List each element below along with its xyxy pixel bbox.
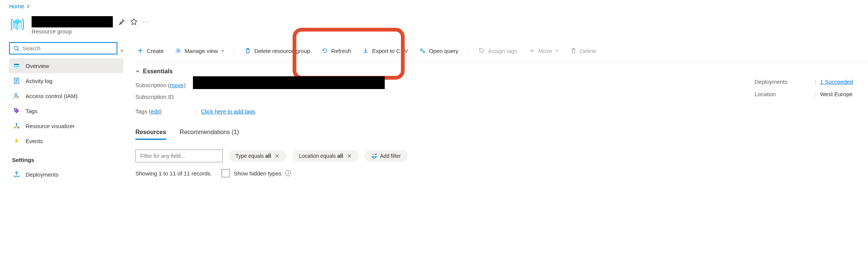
assign-tags-button[interactable]: Assign tags	[477, 45, 519, 56]
button-label: Move	[538, 48, 552, 54]
resource-type-label: Resource group	[32, 28, 150, 35]
resource-group-icon	[9, 16, 26, 33]
subscription-value	[193, 76, 385, 89]
delete-resource-group-button[interactable]: Delete resource group	[243, 45, 311, 56]
tag-icon	[478, 47, 485, 54]
svg-point-13	[423, 51, 425, 53]
chevron-up-icon	[135, 69, 140, 74]
sidebar-search[interactable]	[9, 42, 117, 54]
hidden-types-label: Show hidden types	[234, 170, 281, 177]
svg-point-6	[17, 96, 19, 98]
arrow-right-icon	[528, 47, 535, 54]
open-query-button[interactable]: Open query	[417, 45, 460, 56]
events-icon	[13, 137, 20, 145]
add-filter-button[interactable]: Add filter	[364, 150, 408, 162]
filter-pill-location[interactable]: Location equals all	[292, 150, 358, 162]
nav-activity-log[interactable]: Activity log	[9, 73, 123, 88]
close-icon[interactable]	[275, 154, 279, 158]
iam-icon	[13, 92, 20, 100]
location-value: West Europe	[820, 91, 852, 97]
nav-item-label: Resource visualizer	[26, 123, 75, 129]
search-icon	[14, 45, 20, 51]
button-label: Add filter	[380, 153, 401, 159]
refresh-icon	[322, 47, 328, 54]
nav-deployments[interactable]: Deployments	[9, 167, 123, 182]
svg-point-7	[15, 109, 16, 110]
tags-edit-link[interactable]: edit	[151, 108, 160, 115]
close-icon[interactable]	[347, 154, 352, 158]
visualizer-icon	[13, 122, 20, 130]
button-label: Refresh	[331, 48, 351, 54]
refresh-button[interactable]: Refresh	[320, 45, 353, 56]
nav-item-label: Events	[26, 138, 43, 144]
chevron-down-icon	[555, 49, 559, 53]
deployments-icon	[13, 171, 20, 178]
nav-item-label: Tags	[26, 108, 38, 114]
button-label: Assign tags	[488, 48, 517, 54]
trash-icon	[244, 47, 251, 54]
tabs: Resources Recommendations (1)	[135, 115, 868, 140]
tab-resources[interactable]: Resources	[135, 126, 166, 140]
deployments-value[interactable]: 1 Succeeded	[820, 79, 853, 85]
button-label: Manage view	[185, 48, 218, 54]
query-icon	[419, 47, 426, 54]
star-icon[interactable]	[130, 18, 138, 26]
tags-icon	[13, 107, 20, 115]
sidebar-search-input[interactable]	[23, 45, 113, 51]
trash-icon	[570, 47, 577, 54]
add-tags-link[interactable]: Click here to add tags	[201, 108, 255, 115]
toolbar-separator	[468, 46, 469, 55]
essentials-label: Essentials	[143, 68, 173, 75]
svg-rect-1	[14, 64, 19, 65]
more-icon[interactable]: ···	[143, 19, 150, 25]
manage-view-button[interactable]: Manage view	[173, 45, 226, 56]
download-icon	[362, 47, 369, 54]
subscription-id-label: Subscription ID	[135, 94, 174, 100]
collapse-sidebar-icon[interactable]: «	[120, 47, 123, 53]
plus-icon	[137, 47, 144, 54]
svg-point-14	[480, 49, 481, 50]
records-count: Showing 1 to 11 of 11 records.	[135, 170, 212, 177]
svg-point-5	[15, 94, 17, 96]
create-button[interactable]: Create	[135, 45, 165, 56]
move-button[interactable]: Move	[527, 45, 560, 56]
filter-input[interactable]	[135, 150, 223, 162]
activity-log-icon	[13, 77, 20, 85]
nav-events[interactable]: Events	[9, 133, 123, 148]
subscription-move-link[interactable]: move	[170, 82, 184, 88]
breadcrumb-home[interactable]: Home	[9, 3, 24, 9]
delete-button[interactable]: Delete	[569, 45, 598, 56]
filter-icon	[371, 153, 377, 159]
info-icon[interactable]: i	[285, 170, 291, 176]
colon: :	[815, 79, 816, 85]
chevron-down-icon	[221, 49, 225, 53]
filter-pill-type[interactable]: Type equals all	[229, 150, 286, 162]
gear-icon	[175, 47, 182, 54]
subscription-label: Subscription (move)	[135, 82, 185, 88]
nav-section-settings: Settings	[9, 148, 123, 167]
button-label: Delete	[580, 48, 596, 54]
nav-overview[interactable]: Overview	[9, 58, 123, 73]
svg-rect-3	[14, 68, 19, 68]
nav-access-control[interactable]: Access control (IAM)	[9, 88, 123, 103]
nav-item-label: Deployments	[26, 171, 59, 178]
hidden-types-checkbox[interactable]	[222, 169, 230, 177]
nav-item-label: Access control (IAM)	[26, 93, 77, 99]
svg-point-0	[14, 46, 18, 50]
pill-label: Location equals all	[299, 153, 343, 159]
tab-recommendations[interactable]: Recommendations (1)	[180, 126, 239, 140]
overview-icon	[13, 62, 20, 70]
pill-label: Type equals all	[235, 153, 271, 159]
nav-resource-visualizer[interactable]: Resource visualizer	[9, 118, 123, 133]
pin-icon[interactable]	[118, 18, 125, 25]
chevron-right-icon	[26, 5, 30, 8]
nav-tags[interactable]: Tags	[9, 103, 123, 118]
breadcrumb: Home	[0, 0, 868, 12]
location-label: Location	[754, 91, 811, 97]
svg-point-12	[420, 49, 422, 50]
colon: :	[815, 91, 816, 97]
button-label: Open query	[429, 48, 458, 54]
svg-point-8	[16, 123, 17, 125]
button-label: Create	[147, 48, 164, 54]
export-csv-button[interactable]: Export to CSV	[361, 45, 409, 56]
